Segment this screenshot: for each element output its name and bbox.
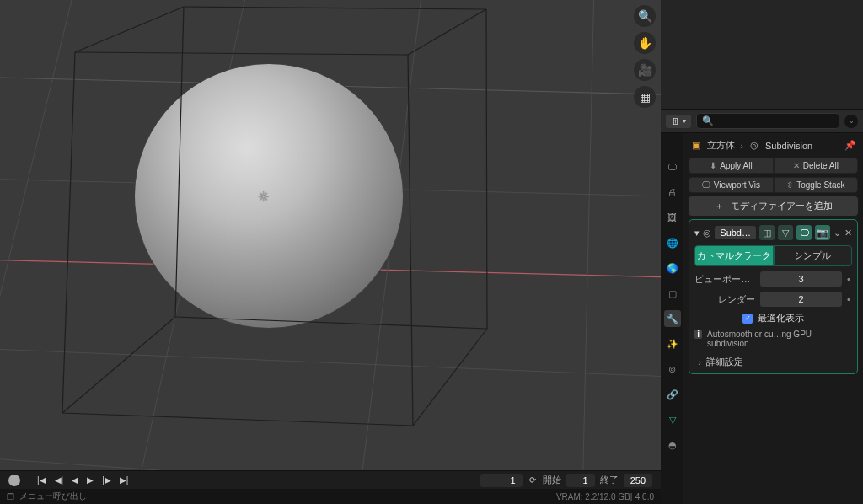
tab-viewlayer[interactable]: 🖼 — [664, 209, 681, 226]
header-row-2: 🖵Viewport Vis ⇳Toggle Stack — [689, 177, 858, 193]
chevron-right-icon: › — [740, 141, 743, 151]
add-modifier-button[interactable]: ＋ モディファイアーを追加 — [689, 196, 858, 216]
keyframe-dot[interactable]: • — [847, 274, 852, 284]
properties-search[interactable]: 🔍 — [696, 113, 839, 129]
svg-line-11 — [184, 7, 486, 9]
tab-material[interactable]: ◓ — [664, 437, 681, 453]
chevron-down-icon: ⌄ — [849, 117, 855, 125]
jump-end-button[interactable]: ▶| — [118, 475, 131, 485]
advanced-expander[interactable]: › 詳細設定 — [694, 353, 852, 368]
expand-toggle[interactable]: ▾ — [694, 228, 700, 239]
render-levels-field[interactable]: 2 — [760, 292, 842, 307]
advanced-label: 詳細設定 — [706, 356, 743, 368]
tab-physics[interactable]: ⊚ — [664, 361, 681, 378]
viewport-levels-field[interactable]: 3 — [760, 271, 842, 287]
plus-icon: ＋ — [715, 200, 724, 212]
vram-text: VRAM: 2.2/12.0 GB — [556, 492, 630, 501]
type-catmull-button[interactable]: カトマルクラーク — [694, 245, 773, 266]
tab-scene[interactable]: 🌐 — [664, 234, 681, 251]
keyframe-next-button[interactable]: |▶ — [100, 475, 113, 485]
svg-line-15 — [486, 9, 487, 329]
breadcrumb-modifier[interactable]: Subdivision — [765, 141, 812, 151]
add-modifier-label: モディファイアーを追加 — [731, 200, 833, 212]
outliner-placeholder[interactable] — [661, 0, 863, 110]
tab-object[interactable]: ▢ — [664, 285, 681, 302]
mesh-cube-wire[interactable] — [0, 0, 661, 489]
svg-line-10 — [408, 9, 486, 55]
svg-line-12 — [75, 7, 184, 52]
frame-start-field[interactable]: 1 — [566, 474, 595, 487]
tab-modifiers[interactable]: 🔧 — [664, 310, 681, 327]
info-icon: i — [694, 330, 702, 339]
sync-icon[interactable]: ⟳ — [528, 475, 538, 485]
end-label: 終了 — [600, 474, 619, 486]
timeline: |◀ ◀| ◀ ▶ |▶ ▶| 1 ⟳ 開始 1 終了 250 — [0, 470, 661, 489]
modifier-delete-button[interactable]: ✕ — [844, 228, 852, 239]
svg-line-20 — [62, 317, 175, 413]
perspective-icon[interactable]: ▦ — [634, 86, 656, 108]
modifier-menu[interactable]: ⌄ — [834, 228, 841, 239]
svg-line-19 — [175, 317, 487, 329]
tab-render[interactable]: 🖵 — [664, 158, 681, 175]
zoom-icon[interactable]: 🔍 — [634, 5, 656, 27]
keyframe-prev-button[interactable]: ◀| — [53, 475, 66, 485]
modifier-panel: ▣ 立方体 › ◎ Subdivision 📌 ⬇Apply All ✕Dele… — [683, 133, 863, 504]
tab-world[interactable]: 🌎 — [664, 260, 681, 276]
info-text: Autosmooth or cu…ng GPU subdivision — [707, 330, 852, 348]
frame-end-field[interactable]: 250 — [624, 474, 652, 487]
svg-line-17 — [62, 413, 413, 426]
toggle-editmode-icon[interactable]: ▽ — [778, 225, 793, 240]
viewport-vis-button[interactable]: 🖵Viewport Vis — [689, 177, 773, 193]
play-button[interactable]: ▶ — [85, 475, 95, 485]
render-levels-label: レンダー — [694, 293, 755, 306]
toggle-render-icon[interactable]: 📷 — [815, 225, 830, 240]
tab-output[interactable]: 🖨 — [664, 184, 681, 201]
delete-all-button[interactable]: ✕Delete All — [774, 158, 858, 174]
svg-line-14 — [408, 55, 413, 426]
optimal-display-row[interactable]: ✓ 最適化表示 — [694, 312, 852, 324]
start-label: 開始 — [543, 474, 561, 486]
svg-line-18 — [413, 329, 487, 426]
breadcrumb-object[interactable]: 立方体 — [707, 139, 735, 152]
modifier-type-icon: ◎ — [703, 228, 711, 239]
properties-header: 🎚 ▾ 🔍 ⌄ — [661, 110, 863, 133]
subdivision-type-segment: カトマルクラーク シンプル — [694, 245, 852, 266]
search-input[interactable] — [714, 116, 834, 126]
sliders-icon: 🎚 — [671, 116, 680, 126]
keyframe-dot[interactable]: • — [847, 294, 852, 304]
toggle-stack-button[interactable]: ⇳Toggle Stack — [774, 177, 858, 193]
viewport-3d[interactable]: ✳ 🔍 ✋ 🎥 ▦ |◀ ◀| ◀ ▶ |▶ ▶| 1 ⟳ 開始 1 終了 25… — [0, 0, 661, 504]
object-icon: ▣ — [690, 140, 702, 151]
editor-type-select[interactable]: 🎚 ▾ — [666, 115, 691, 128]
apply-all-button[interactable]: ⬇Apply All — [689, 158, 773, 174]
stack-icon: ⇳ — [786, 180, 793, 190]
toggle-cage-icon[interactable]: ◫ — [759, 225, 775, 240]
camera-icon[interactable]: 🎥 — [634, 59, 656, 81]
chevron-right-icon: › — [698, 357, 701, 367]
monitor-icon: 🖵 — [702, 180, 710, 190]
jump-start-button[interactable]: |◀ — [35, 475, 48, 485]
chevron-down-icon: ▾ — [683, 117, 686, 125]
tab-constraints[interactable]: 🔗 — [664, 386, 681, 403]
checkbox-checked-icon: ✓ — [742, 314, 753, 324]
status-bar: ❐ メニュー呼び出し VRAM: 2.2/12.0 GB | 4.0.0 — [0, 489, 661, 504]
toggle-viewport-icon[interactable]: 🖵 — [796, 225, 812, 240]
svg-line-13 — [62, 52, 75, 413]
download-icon: ⬇ — [710, 161, 716, 170]
options-toggle[interactable]: ⌄ — [844, 115, 858, 128]
version-text: 4.0.0 — [635, 492, 654, 501]
viewport-levels-label: ビューポート… — [694, 273, 755, 286]
search-icon: 🔍 — [702, 115, 714, 126]
tab-particles[interactable]: ✨ — [664, 335, 681, 352]
modifier-name-field[interactable]: Subd… — [715, 226, 756, 239]
properties-column: 🎚 ▾ 🔍 ⌄ 🖵 🖨 🖼 🌐 🌎 ▢ 🔧 ✨ ⊚ 🔗 ▽ — [661, 0, 863, 504]
pin-icon[interactable]: 📌 — [844, 140, 856, 151]
pan-icon[interactable]: ✋ — [634, 32, 656, 54]
tab-data[interactable]: ▽ — [664, 411, 681, 428]
current-frame-field[interactable]: 1 — [480, 474, 523, 487]
cursor-3d-icon: ✳ — [258, 189, 269, 205]
play-reverse-button[interactable]: ◀ — [70, 475, 80, 485]
type-simple-button[interactable]: シンプル — [774, 245, 852, 266]
status-hint: メニュー呼び出し — [19, 491, 87, 502]
autokey-toggle[interactable] — [8, 475, 20, 486]
